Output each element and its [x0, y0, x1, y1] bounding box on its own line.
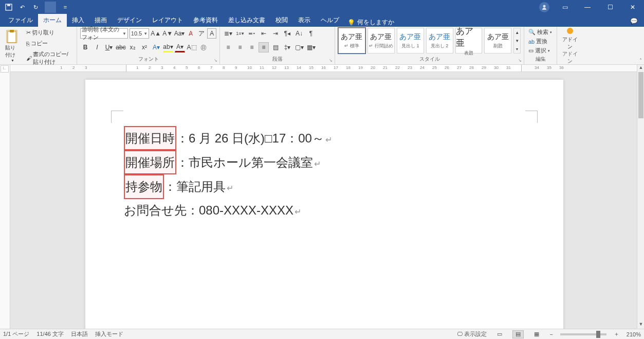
tab-help[interactable]: ヘルプ — [316, 14, 344, 27]
text-effects-icon[interactable]: A▾ — [151, 42, 161, 52]
vertical-scrollbar[interactable]: ▲ ▼ — [637, 65, 644, 329]
align-center-icon[interactable]: ≡ — [235, 42, 245, 52]
multilevel-icon[interactable]: ⩸▾ — [247, 28, 257, 39]
document-canvas[interactable]: 開催日時：6 月 26 日(水)□17：00～↵開催場所：市民ホール第一会議室↵… — [10, 65, 637, 329]
sort-icon[interactable]: A↓ — [294, 28, 304, 39]
zoom-in[interactable]: ＋ — [614, 330, 619, 338]
change-case-icon[interactable]: Aa▾ — [174, 28, 185, 39]
paste-button[interactable]: 貼り付け ▼ — [3, 28, 22, 67]
cut-button[interactable]: ✂切り取り — [24, 28, 73, 38]
select-button[interactable]: ▭選択▾ — [527, 46, 554, 55]
tell-me[interactable]: 💡 何をしますか — [347, 18, 394, 27]
tab-layout[interactable]: レイアウト — [147, 14, 188, 27]
addin-button[interactable]: アドイン — [560, 28, 580, 50]
zoom-thumb[interactable] — [596, 331, 600, 338]
align-right-icon[interactable]: ≡ — [247, 42, 257, 52]
maximize-button[interactable]: ☐ — [599, 0, 621, 14]
share-button[interactable]: 💬 — [624, 15, 644, 27]
inc-indent-icon[interactable]: ⇥ — [270, 28, 281, 39]
styles-more-button[interactable]: ▲▼▾ — [513, 28, 521, 53]
tab-review[interactable]: 校閲 — [270, 14, 293, 27]
style-item-3[interactable]: あア亜見出し 2 — [426, 28, 453, 53]
phonetic-guide-icon[interactable]: ア — [197, 28, 206, 39]
language[interactable]: 日本語 — [71, 330, 88, 338]
save-icon[interactable] — [3, 2, 14, 13]
ltr-icon[interactable]: ¶◂ — [282, 28, 292, 39]
horizontal-ruler[interactable]: 3211234567891011121314151617181920212223… — [10, 65, 637, 72]
highlight-icon[interactable]: ab▾ — [163, 42, 173, 52]
word-count[interactable]: 11/46 文字 — [36, 330, 64, 338]
bullets-icon[interactable]: ≣▾ — [223, 28, 233, 39]
web-layout-icon[interactable]: ▦ — [531, 330, 542, 338]
scroll-up-icon[interactable]: ▲ — [637, 65, 644, 72]
styles-launcher[interactable]: ↘ — [518, 58, 522, 63]
char-shading-icon[interactable]: A⬚ — [187, 42, 197, 52]
tab-insert[interactable]: 挿入 — [67, 14, 89, 27]
tab-mailings[interactable]: 差し込み文書 — [223, 14, 270, 27]
underline-icon[interactable]: U▾ — [104, 42, 114, 52]
undo-icon[interactable]: ↶ — [16, 2, 28, 13]
collapse-ribbon-icon[interactable]: ˄ — [639, 58, 642, 63]
redo-icon[interactable]: ↻ — [30, 2, 41, 13]
document-body[interactable]: 開催日時：6 月 26 日(水)□17：00～↵開催場所：市民ホール第一会議室↵… — [124, 126, 525, 222]
font-color-icon[interactable]: A▾ — [175, 42, 185, 52]
zoom-out[interactable]: − — [549, 331, 553, 337]
style-item-2[interactable]: あア亜見出し 1 — [397, 28, 424, 53]
tab-draw[interactable]: 描画 — [89, 14, 112, 27]
scroll-thumb[interactable] — [638, 72, 643, 118]
strike-icon[interactable]: abc — [116, 42, 126, 52]
superscript-icon[interactable]: x² — [139, 42, 150, 52]
doc-line-3[interactable]: お問合せ先：080-XXXX-XXXX↵ — [124, 199, 525, 222]
font-launcher[interactable]: ↘ — [214, 58, 217, 63]
numbering-icon[interactable]: 1≡▾ — [235, 28, 245, 39]
doc-line-0[interactable]: 開催日時：6 月 26 日(水)□17：00～↵ — [124, 126, 525, 150]
align-justify-icon[interactable]: ≡ — [259, 42, 269, 52]
doc-line-1[interactable]: 開催場所：市民ホール第一会議室↵ — [124, 150, 525, 174]
italic-icon[interactable]: I — [92, 42, 102, 52]
zoom-slider[interactable] — [560, 333, 606, 335]
style-item-5[interactable]: あア亜副題 — [484, 28, 511, 53]
display-settings[interactable]: 🖵 表示設定 — [457, 330, 487, 338]
clear-format-icon[interactable]: A̷ — [186, 28, 195, 39]
qat-overflow[interactable]: = — [60, 2, 71, 13]
tab-design[interactable]: デザイン — [112, 14, 147, 27]
user-avatar-icon[interactable] — [539, 2, 549, 12]
page-count[interactable]: 1/1 ページ — [3, 330, 29, 338]
bold-icon[interactable]: B — [80, 42, 90, 52]
distributed-icon[interactable]: ▤ — [270, 42, 281, 52]
style-item-1[interactable]: あア亜↵ 行間詰め — [367, 28, 395, 53]
align-left-icon[interactable]: ≡ — [223, 42, 233, 52]
print-layout-icon[interactable]: ▤ — [512, 330, 524, 338]
shading-icon[interactable]: ▢▾ — [294, 42, 304, 52]
tab-references[interactable]: 参考資料 — [188, 14, 223, 27]
copy-button[interactable]: ⎘コピー — [24, 39, 73, 48]
zoom-level[interactable]: 210% — [627, 331, 641, 337]
scroll-down-icon[interactable]: ▼ — [637, 322, 644, 329]
style-item-0[interactable]: あア亜↵ 標準 — [338, 28, 365, 53]
line-spacing-icon[interactable]: ‡▾ — [282, 42, 292, 52]
insert-mode[interactable]: 挿入モード — [95, 330, 123, 338]
tab-file[interactable]: ファイル — [3, 14, 38, 27]
ribbon-display-options-icon[interactable]: ▭ — [554, 0, 576, 14]
subscript-icon[interactable]: x₂ — [127, 42, 138, 52]
doc-line-2[interactable]: 持参物：筆記用具↵ — [124, 174, 525, 199]
style-item-4[interactable]: あア亜表題 — [455, 28, 483, 53]
tab-home[interactable]: ホーム — [38, 14, 67, 27]
enclose-char-icon[interactable]: ㊐ — [198, 42, 209, 52]
close-button[interactable]: ✕ — [621, 0, 644, 14]
tab-view[interactable]: 表示 — [293, 14, 316, 27]
dec-indent-icon[interactable]: ⇤ — [259, 28, 269, 39]
grow-font-icon[interactable]: A▲ — [151, 28, 161, 39]
show-marks-icon[interactable]: ¶ — [306, 28, 316, 39]
shrink-font-icon[interactable]: A▼ — [162, 28, 173, 39]
tab-selector[interactable]: ∟ — [1, 65, 9, 73]
char-border-icon[interactable]: A — [207, 28, 216, 39]
font-size-combo[interactable]: 10.5▼ — [130, 28, 149, 39]
borders-icon[interactable]: ▦▾ — [306, 42, 316, 52]
read-mode-icon[interactable]: ▭ — [494, 330, 505, 338]
format-painter-button[interactable]: 🖌書式のコピー/貼り付け — [24, 49, 73, 67]
find-button[interactable]: 🔍検索▾ — [527, 28, 554, 37]
font-name-combo[interactable]: 游明朝 (本文のフォン▼ — [80, 28, 128, 39]
paragraph-launcher[interactable]: ↘ — [329, 58, 333, 63]
replace-button[interactable]: ab置換 — [527, 37, 554, 46]
